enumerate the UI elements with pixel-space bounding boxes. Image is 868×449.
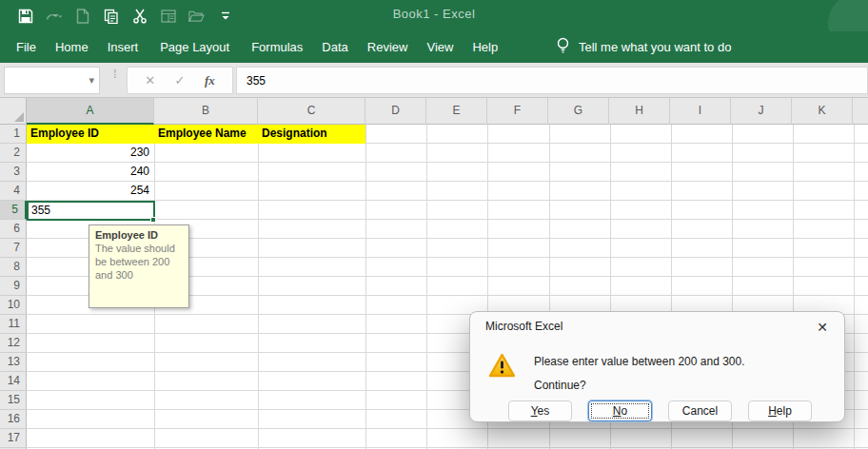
cell-a1[interactable]: Employee ID [30,125,99,144]
row-header[interactable]: 13 [0,353,27,372]
fill-handle[interactable] [150,217,156,223]
row-header[interactable]: 11 [0,315,27,334]
dialog-button[interactable]: Cancel [668,400,732,421]
dialog-button[interactable]: Help [748,400,812,421]
dialog-button[interactable]: Yes [508,400,572,421]
gridline [426,125,427,449]
validation-dialog: Microsoft Excel ✕ Please enter value bet… [469,311,845,422]
yellow-header-row[interactable]: Employee ID Employee Name Designation [27,125,365,144]
ribbon-tab[interactable]: Data [312,31,357,63]
gridline [854,125,855,449]
row-header[interactable]: 1 [0,125,27,144]
dialog-message: Please enter value between 200 and 300. [534,355,745,368]
column-header[interactable]: G [548,98,609,125]
dialog-button[interactable]: No [588,400,652,421]
column-header[interactable]: H [609,98,670,125]
ribbon-tab[interactable]: Insert [98,31,148,63]
ribbon-tab[interactable]: Review [358,31,418,63]
column-header[interactable]: C [258,98,365,125]
formula-bar: ▾ ⁞ ✕ ✓ fx 355 [0,63,868,98]
formula-buttons: ✕ ✓ fx [127,67,233,94]
column-header[interactable]: J [731,98,792,125]
row-header[interactable]: 10 [0,296,27,315]
formula-input[interactable]: 355 [236,67,868,94]
column-header[interactable]: B [154,98,258,125]
cancel-entry-icon[interactable]: ✕ [145,73,155,88]
window-title: Book1 - Excel [0,7,868,21]
column-header[interactable]: D [365,98,426,125]
insert-function-icon[interactable]: fx [205,73,215,88]
column-header[interactable]: F [487,98,548,125]
validation-tooltip: Employee ID The value should be between … [89,224,189,308]
tell-me-label: Tell me what you want to do [579,40,731,54]
cell-value[interactable]: 240 [27,163,154,182]
tooltip-title: Employee ID [95,229,183,241]
gridline [258,125,259,449]
dialog-buttons: YesNoCancelHelp [508,400,813,421]
ribbon-tab[interactable]: Formulas [242,31,312,63]
row-header[interactable]: 9 [0,277,27,296]
cell-b1[interactable]: Employee Name [158,125,247,144]
row-header[interactable]: 6 [0,220,27,239]
ribbon-tab[interactable]: File [7,31,46,63]
column-header[interactable]: K [792,98,853,125]
cell-value[interactable]: 254 [27,182,154,201]
tell-me-box[interactable]: Tell me what you want to do [556,31,731,63]
ribbon-tab[interactable]: Home [46,31,98,63]
active-cell-a5[interactable]: 355 [27,201,155,221]
title-bar: Book1 - Excel [0,0,868,31]
column-header[interactable]: I [670,98,731,125]
column-headers: ABCDEFGHIJK [27,98,868,125]
formula-bar-separator: ⁞ [113,71,117,77]
warning-triangle-icon [488,353,516,382]
dialog-title: Microsoft Excel [485,320,562,333]
column-header[interactable]: A [27,98,154,125]
name-box-dropdown-icon[interactable]: ▾ [89,74,94,87]
lightbulb-icon [556,37,570,57]
row-header[interactable]: 17 [0,429,27,448]
dialog-continue-prompt: Continue? [534,379,586,392]
row-header[interactable]: 15 [0,391,27,410]
column-a-values: 230240254 [27,144,154,201]
ribbon-tab[interactable]: View [417,31,463,63]
cell-value[interactable]: 230 [27,144,154,163]
row-header[interactable]: 8 [0,258,27,277]
confirm-entry-icon[interactable]: ✓ [175,73,186,88]
ribbon-tab[interactable]: Page Layout [148,31,242,63]
tooltip-body: The value should be between 200 and 300 [95,242,183,282]
row-header[interactable]: 12 [0,334,27,353]
select-all-triangle-icon [14,112,24,122]
ribbon-tab-bar: FileHomeInsertPage LayoutFormulasDataRev… [0,31,868,63]
row-header[interactable]: 2 [0,144,27,163]
dialog-close-icon[interactable]: ✕ [812,317,833,338]
row-header[interactable]: 5 [0,201,27,220]
row-headers: 1234567891011121314151617 [0,125,27,449]
row-header[interactable]: 7 [0,239,27,258]
row-header[interactable]: 4 [0,182,27,201]
row-header[interactable]: 3 [0,163,27,182]
gridline [365,125,366,449]
name-box[interactable]: ▾ [4,67,100,94]
row-header[interactable]: 14 [0,372,27,391]
column-header[interactable]: E [426,98,487,125]
row-header[interactable]: 16 [0,410,27,429]
select-all-corner[interactable] [0,98,27,125]
excel-window: Book1 - Excel FileHomeInsertPage LayoutF… [0,0,868,449]
cell-c1[interactable]: Designation [262,125,327,144]
ribbon-tab[interactable]: Help [463,31,507,63]
